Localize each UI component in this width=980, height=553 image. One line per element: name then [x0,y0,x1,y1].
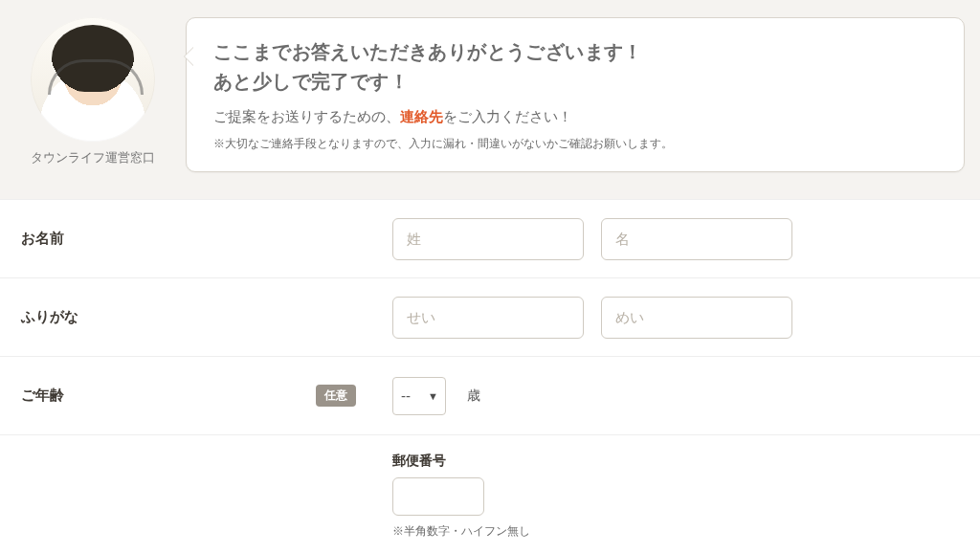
speech-lead-after: をご入力ください！ [443,108,572,124]
speech-lead: ご提案をお送りするための、連絡先をご入力ください！ [213,108,939,126]
row-age: ご年齢 任意 -- ▼ 歳 [0,357,980,435]
label-name: お名前 [21,230,64,248]
input-first-name[interactable] [601,218,792,260]
input-last-name-kana[interactable] [392,297,584,339]
input-zip[interactable] [392,477,484,516]
age-select-wrap: -- ▼ [392,377,446,415]
speech-bubble: ここまでお答えいただきありがとうございます！ あと少しで完了です！ ご提案をお送… [186,17,965,172]
operator-avatar [31,17,155,142]
select-age[interactable]: -- [392,377,446,415]
speech-lead-before: ご提案をお送りするための、 [213,108,400,124]
speech-note: ※大切なご連絡手段となりますので、入力に漏れ・間違いがないかご確認お願いします。 [213,136,939,152]
speech-line-2: あと少しで完了です！ [213,69,939,95]
label-age: ご年齢 [21,387,64,405]
contact-form: お名前 ふりがな ご年齢 任意 -- ▼ 歳 [0,199,980,553]
input-last-name[interactable] [392,218,584,260]
operator-caption: タウンライフ運営窓口 [31,149,155,166]
badge-optional: 任意 [316,385,356,407]
zip-hint: ※半角数字・ハイフン無し [392,523,530,540]
row-address: 郵便番号 ※半角数字・ハイフン無し 都道府県 [0,435,980,553]
age-unit: 歳 [467,387,480,405]
input-first-name-kana[interactable] [601,297,792,339]
speech-lead-em: 連絡先 [400,108,443,124]
speech-line-1: ここまでお答えいただきありがとうございます！ [213,39,939,65]
row-name: お名前 [0,200,980,278]
label-furigana: ふりがな [21,308,78,326]
label-zip: 郵便番号 [392,453,446,470]
row-furigana: ふりがな [0,278,980,357]
operator-column: タウンライフ運営窓口 [21,17,165,166]
